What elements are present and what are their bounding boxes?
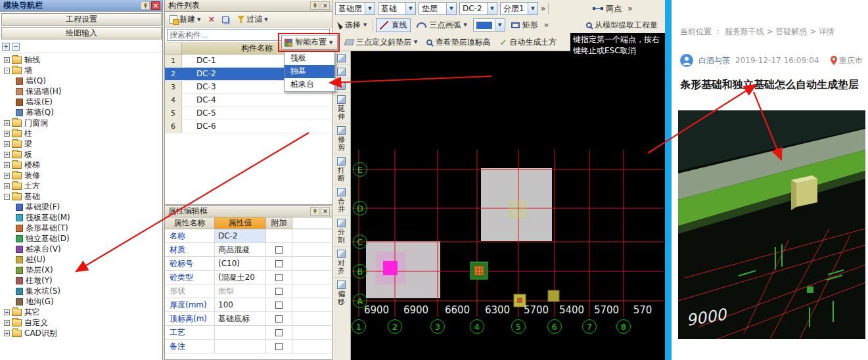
overflow-chevron[interactable]: » [544, 20, 549, 30]
project-settings-button[interactable]: 工程设置 [1, 13, 162, 26]
tree-toggle-icon[interactable]: + [4, 120, 10, 126]
selected-foundation[interactable] [383, 261, 398, 275]
side-tool[interactable]: 延伸 [332, 92, 350, 123]
checkbox[interactable] [275, 343, 283, 350]
smart-layout-button[interactable]: 智能布置 ▼ [281, 35, 338, 50]
tree-item[interactable]: 条形基础(T) [0, 223, 162, 233]
two-point-button[interactable]: 两点 [589, 1, 625, 16]
tree-item[interactable]: + 门窗洞 [0, 118, 162, 128]
checkbox[interactable] [275, 329, 283, 336]
property-value[interactable] [215, 326, 266, 339]
checkbox[interactable] [275, 315, 283, 323]
filter-button[interactable]: 过滤▼ [235, 13, 269, 26]
tree-toggle-icon[interactable]: + [4, 320, 10, 326]
tree-item[interactable]: 保温墙(H) [0, 86, 162, 97]
collapse-all-button[interactable]: − [12, 43, 20, 51]
tree-item[interactable]: + 自定义 [0, 317, 162, 328]
select-tool-button[interactable]: 选择▼ [335, 18, 370, 32]
auto-generate-earthwork-button[interactable]: 自动生成土方 [496, 35, 560, 49]
side-tool[interactable]: 合并 [332, 185, 350, 215]
property-value[interactable]: 基础底标 [215, 312, 266, 325]
style-combo[interactable]: ▼ [473, 18, 505, 32]
property-value[interactable]: 商品混凝 [215, 243, 266, 256]
menu-item[interactable]: 筏板 [285, 52, 334, 65]
close-icon[interactable]: × [151, 1, 160, 10]
pin-icon[interactable] [141, 1, 150, 10]
tree-item[interactable]: 柱墩(Y) [0, 275, 162, 286]
menu-item[interactable]: 独基 [285, 65, 334, 78]
side-tool[interactable] [332, 78, 350, 92]
side-tool[interactable]: 打断 [332, 154, 350, 185]
checkbox[interactable] [275, 274, 283, 281]
close-icon[interactable]: × [321, 207, 330, 215]
side-tool[interactable]: 偏移 [332, 277, 350, 308]
property-value[interactable] [215, 340, 266, 353]
side-tool[interactable] [332, 64, 350, 78]
drawing-input-button[interactable]: 绘图输入 [1, 27, 162, 39]
tree-item[interactable]: + 梁 [0, 139, 162, 149]
independent-foundation[interactable] [510, 202, 526, 217]
tree-toggle-icon[interactable]: + [4, 141, 10, 147]
line-tool-button[interactable]: 直线 [376, 18, 411, 32]
view-cushion-elevation-button[interactable]: 查看垫层顶标高 [423, 35, 493, 49]
tree-item[interactable]: + 楼梯 [0, 160, 162, 170]
tree-item[interactable]: + 轴线 [0, 55, 162, 65]
tree-toggle-icon[interactable]: + [4, 152, 10, 158]
tree-toggle-icon[interactable]: - [4, 68, 10, 74]
tree-item[interactable]: 独立基础(D) [0, 233, 162, 244]
tree-item[interactable]: 墙(Q) [0, 76, 162, 86]
tree-toggle-icon[interactable]: + [4, 309, 10, 315]
tree-item[interactable]: 集水坑(S) [0, 286, 162, 296]
tree-toggle-icon[interactable]: + [4, 183, 10, 189]
tree-toggle-icon[interactable]: + [4, 173, 10, 179]
property-value[interactable]: (C10) [215, 257, 266, 270]
copy-component-button[interactable] [220, 13, 232, 26]
property-value[interactable]: 100 [215, 298, 266, 311]
property-value[interactable]: (混凝土20 [215, 271, 266, 284]
tree-item[interactable]: 基础梁(F) [0, 202, 162, 212]
checkbox[interactable] [275, 260, 283, 267]
component-row[interactable]: 6 DC-6 [165, 120, 332, 133]
tree-item[interactable]: - 墙 [0, 65, 162, 76]
context-combo[interactable]: 基础层▼ [335, 2, 375, 15]
tree-toggle-icon[interactable]: + [4, 162, 10, 168]
side-tool[interactable] [332, 51, 350, 64]
tree-toggle-icon[interactable]: - [4, 194, 10, 200]
context-combo[interactable]: DC-2▼ [459, 2, 497, 15]
tree-toggle-icon[interactable]: + [4, 57, 10, 63]
slope-cushion-button[interactable]: 三点定义斜垫层▼ [342, 35, 421, 49]
context-combo[interactable]: 基础▼ [378, 2, 416, 15]
expand-all-button[interactable]: + [2, 43, 10, 51]
side-tool[interactable]: 对齐 [332, 246, 350, 277]
breadcrumb[interactable]: 当前位置 ： 服务新干线 > 答疑解惑 > 详情 [680, 26, 834, 37]
drawing-canvas[interactable]: 6900 6900 6600 6300 5700 5400 5700 570 1… [351, 51, 665, 360]
pin-icon[interactable] [310, 1, 319, 10]
side-tool[interactable]: 修剪 [332, 123, 350, 154]
property-value[interactable]: DC-2 [215, 229, 266, 242]
tree-item[interactable]: - 基础 [0, 191, 162, 202]
property-value[interactable]: 面型 [215, 284, 266, 298]
extract-quantities-button[interactable]: 从模型提取工程量 [583, 18, 661, 32]
component-row[interactable]: 5 DC-5 [165, 107, 332, 120]
tree-item[interactable]: 幕墙(Q) [0, 107, 162, 118]
tree-item[interactable]: 地沟(G) [0, 296, 162, 307]
tree-item[interactable]: + CAD识别 [0, 328, 162, 338]
tree-item[interactable]: 桩(U) [0, 254, 162, 265]
independent-foundation[interactable] [470, 262, 488, 279]
component-row[interactable]: 4 DC-4 [165, 94, 332, 107]
tree-item[interactable]: + 土方 [0, 181, 162, 191]
tree-item[interactable]: + 装修 [0, 170, 162, 181]
pin-icon[interactable] [310, 207, 319, 215]
username[interactable]: 白酒与茶 [698, 55, 730, 66]
rectangle-tool-button[interactable]: 矩形 [508, 18, 541, 32]
independent-foundation[interactable] [548, 290, 559, 302]
new-component-button[interactable]: 新建▼ [168, 13, 202, 26]
checkbox[interactable] [275, 246, 283, 254]
arc-tool-button[interactable]: 三点画弧▼ [413, 18, 470, 32]
tree-toggle-icon[interactable]: + [4, 131, 10, 137]
overflow-chevron[interactable]: » [628, 4, 632, 13]
close-icon[interactable]: × [321, 1, 330, 10]
tree-item[interactable]: 桩承台(V) [0, 244, 162, 254]
checkbox[interactable] [275, 288, 283, 295]
tree-item[interactable]: 垫层(X) [0, 265, 162, 275]
